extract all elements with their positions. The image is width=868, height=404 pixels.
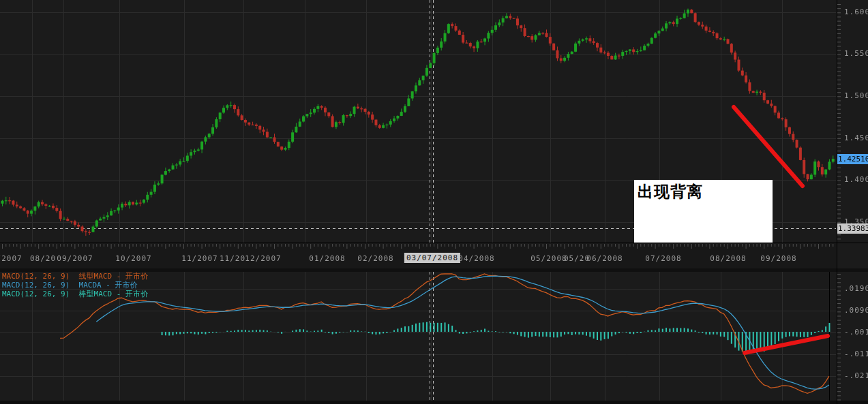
- axis-label: 06/2008: [586, 254, 623, 263]
- axis-label: 1.5500: [844, 49, 868, 58]
- axis-label: -.0210: [844, 371, 868, 380]
- axis-label: -.0010: [844, 328, 868, 337]
- axis-label: 09/2007: [57, 254, 93, 263]
- axis-label: 11/20: [220, 254, 245, 263]
- axis-label: 10/2007: [115, 254, 151, 263]
- macd-legend-signal[interactable]: MACD(12, 26, 9) MACDA - 开市价: [2, 281, 148, 290]
- axis-label: 05/2008: [530, 254, 567, 263]
- divergence-annotation-box[interactable]: 出现背离: [634, 180, 773, 243]
- last-price-tag: 1.42510: [837, 154, 868, 164]
- macd-legend-histogram[interactable]: MACD(12, 26, 9) 棒型MACD - 开市价: [2, 290, 148, 298]
- axis-label: 09/2008: [760, 254, 796, 263]
- date-highlight-tag: 03/07/2008: [404, 253, 460, 263]
- trading-chart-window: 1.60001.55001.50001.45001.40001.3500 .01…: [0, 0, 868, 404]
- axis-label: 08/2007: [0, 254, 23, 263]
- axis-label: 01/2008: [309, 254, 345, 263]
- macd-legend-line[interactable]: MACD(12, 26, 9) 线型MACD - 开市价: [2, 272, 148, 281]
- reference-price-tag: 1.33983: [837, 223, 868, 234]
- divergence-annotation-text: 出现背离: [638, 183, 703, 200]
- axis-label: 1.4000: [844, 175, 868, 184]
- axis-label: 1.6000: [844, 7, 868, 16]
- axis-label: 08/20: [30, 254, 56, 263]
- axis-label: .0190: [844, 284, 868, 293]
- axis-label: 08/2008: [710, 254, 746, 263]
- axis-label: 11/2007: [181, 254, 218, 263]
- axis-label: 12/2007: [245, 254, 281, 263]
- axis-label: -.0110: [844, 349, 868, 358]
- axis-label: 1.5000: [844, 91, 868, 100]
- axis-label: 1.4500: [844, 134, 868, 142]
- axis-label: 07/2008: [645, 254, 681, 263]
- axis-label: .0090: [844, 306, 868, 315]
- axis-label: 02/2008: [357, 254, 393, 263]
- axis-label: 04/2008: [458, 254, 494, 263]
- macd-legend: MACD(12, 26, 9) 线型MACD - 开市价 MACD(12, 26…: [2, 272, 148, 298]
